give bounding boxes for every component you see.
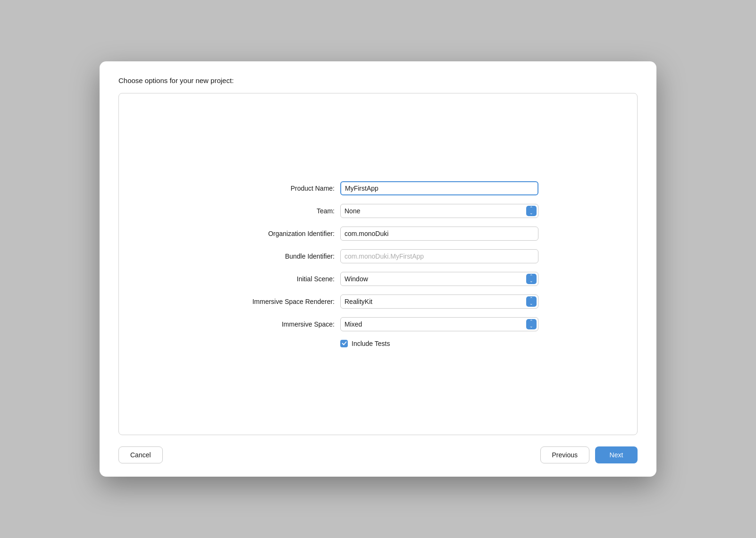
immersive-space-label: Immersive Space: (218, 320, 340, 328)
initial-scene-select-wrapper: Window Volume Immersive Space (340, 272, 538, 286)
team-label: Team: (218, 207, 340, 215)
footer-right: Previous Next (540, 446, 638, 463)
include-tests-wrapper[interactable]: Include Tests (340, 340, 390, 347)
immersive-space-row: Immersive Space: Mixed Progressive Full (218, 317, 538, 331)
immersive-renderer-row: Immersive Space Renderer: RealityKit Met… (218, 294, 538, 309)
product-name-control (340, 181, 538, 195)
bundle-identifier-label: Bundle Identifier: (218, 252, 340, 260)
next-button[interactable]: Next (595, 446, 638, 463)
immersive-renderer-select-wrapper: RealityKit Metal (340, 294, 538, 309)
bundle-identifier-field: com.monoDuki.MyFirstApp (340, 249, 538, 263)
content-area: Product Name: Team: None Add Account... (118, 93, 638, 435)
org-identifier-row: Organization Identifier: com.monoDuki (218, 227, 538, 241)
initial-scene-label: Initial Scene: (218, 275, 340, 283)
org-identifier-label: Organization Identifier: (218, 230, 340, 237)
initial-scene-control: Window Volume Immersive Space (340, 272, 538, 286)
immersive-renderer-control: RealityKit Metal (340, 294, 538, 309)
initial-scene-row: Initial Scene: Window Volume Immersive S… (218, 272, 538, 286)
dialog-title: Choose options for your new project: (118, 76, 638, 84)
product-name-label: Product Name: (218, 185, 340, 192)
bundle-identifier-control: com.monoDuki.MyFirstApp (340, 249, 538, 263)
team-row: Team: None Add Account... (218, 204, 538, 218)
dialog-footer: Cancel Previous Next (118, 446, 638, 463)
team-select[interactable]: None Add Account... (340, 204, 538, 218)
team-control: None Add Account... (340, 204, 538, 218)
form-container: Product Name: Team: None Add Account... (218, 181, 538, 347)
product-name-row: Product Name: (218, 181, 538, 195)
include-tests-checkbox[interactable] (340, 340, 348, 347)
immersive-space-select[interactable]: Mixed Progressive Full (340, 317, 538, 331)
bundle-identifier-row: Bundle Identifier: com.monoDuki.MyFirstA… (218, 249, 538, 263)
new-project-dialog: Choose options for your new project: Pro… (100, 61, 656, 477)
checkmark-icon (342, 341, 347, 346)
org-identifier-field[interactable]: com.monoDuki (340, 227, 538, 241)
immersive-space-select-wrapper: Mixed Progressive Full (340, 317, 538, 331)
initial-scene-select[interactable]: Window Volume Immersive Space (340, 272, 538, 286)
immersive-space-control: Mixed Progressive Full (340, 317, 538, 331)
include-tests-row: Include Tests (218, 340, 538, 347)
product-name-input[interactable] (340, 181, 538, 195)
immersive-renderer-label: Immersive Space Renderer: (218, 298, 340, 305)
immersive-renderer-select[interactable]: RealityKit Metal (340, 294, 538, 309)
cancel-button[interactable]: Cancel (118, 446, 163, 463)
include-tests-label: Include Tests (352, 340, 390, 347)
team-select-wrapper: None Add Account... (340, 204, 538, 218)
org-identifier-control: com.monoDuki (340, 227, 538, 241)
previous-button[interactable]: Previous (540, 446, 589, 463)
